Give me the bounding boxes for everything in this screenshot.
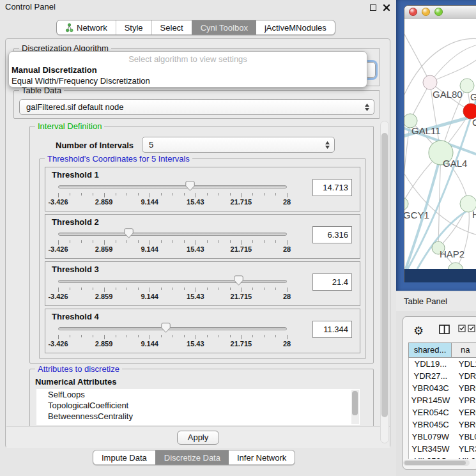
cell-name[interactable]: YBL07 [452,431,476,443]
threshold-slider-track[interactable] [58,327,287,330]
threshold-slider-thumb[interactable] [161,323,171,333]
cell-shared-name[interactable]: YBR045C [409,418,452,431]
tab-select[interactable]: Select [151,20,192,35]
slider-scale-labels: -3.4262.8599.14415.4321.71528 [45,245,360,254]
threshold-value-field[interactable]: 11.344 [312,321,352,338]
threshold-panel: Threshold 2 -3.4262.8599.14415.4321.7152… [45,214,360,259]
top-tab-bar: Network Style Select Cyni Toolbox jActiv… [56,20,335,35]
panel-scrollbar[interactable] [380,121,389,443]
gear-icon[interactable]: ⚙ [413,325,424,337]
numerical-attributes-list[interactable]: SelfLoopsTopologicalCoefficientBetweenne… [36,389,360,425]
cell-name[interactable]: YBR04 [452,418,476,431]
threshold-label: Threshold 2 [52,217,99,227]
threshold-slider-thumb[interactable] [234,275,243,286]
tab-jactivemnodules[interactable]: jActiveMNodules [256,20,335,35]
cell-shared-name[interactable]: YBR043C [409,382,452,394]
group-label: Attributes to discretize [35,364,122,374]
threshold-slider-track[interactable] [58,280,287,283]
network-node[interactable] [423,75,437,89]
hscrollbar-thumb[interactable] [404,461,466,465]
cell-shared-name[interactable]: YDR27... [409,370,452,382]
table-row[interactable]: YBR043C YBR04 [409,382,476,394]
list-scrollbar[interactable] [351,390,359,424]
threshold-panel: Threshold 3 -3.4262.8599.14415.4321.7152… [45,261,360,306]
table-hscrollbar[interactable] [403,460,470,466]
table-header-row: shared... na [408,342,476,358]
node-label: GAL11 [411,125,441,136]
slider-scale-labels: -3.4262.8599.14415.4321.71528 [45,293,360,301]
cell-name[interactable]: YLR34 [452,443,476,455]
float-window-icon[interactable] [370,4,376,11]
cell-name[interactable]: YDR27 [452,370,476,382]
control-panel-window: Control Panel Network Style Select Cyni … [0,0,396,476]
cell-shared-name[interactable]: YLR345W [409,443,452,455]
network-canvas-svg[interactable]: GAL80GCGAL11GAL4GCY1HHAP2 [404,19,476,269]
tab-infer-network[interactable]: Infer Network [229,450,295,464]
cell-name[interactable]: YDL19 [452,358,476,370]
table-row[interactable]: YDL19... YDL19 [409,358,476,370]
table-row[interactable]: YPR145W YPR14 [409,394,476,406]
scrollbar-thumb[interactable] [381,133,388,417]
minimize-traffic-light[interactable] [422,8,430,16]
checkbox-icon[interactable] [468,325,475,332]
tab-discretize-data[interactable]: Discretize Data [155,450,229,464]
table-data-select[interactable]: galFiltered.sif default node [19,99,374,115]
table-row[interactable]: YER054C YER05 [409,406,476,418]
tab-style[interactable]: Style [116,20,151,35]
dropdown-option-equal-width[interactable]: Equal Width/Frequency Discretization [9,75,367,86]
close-icon[interactable] [383,4,390,12]
cell-shared-name[interactable]: YDL19... [409,358,452,370]
attribute-item[interactable]: BetweennessCentrality [36,411,360,422]
network-edge[interactable] [430,44,476,82]
column-header-name[interactable]: na [452,342,476,358]
cell-shared-name[interactable]: YER054C [409,406,452,418]
threshold-panel: Threshold 1 -3.4262.8599.14415.4321.7152… [45,167,360,211]
tab-network[interactable]: Network [57,20,116,35]
network-icon [65,23,73,33]
apply-button[interactable]: Apply [177,431,219,445]
table-row[interactable]: YBL079W YBL07 [409,431,476,443]
table-row[interactable]: YBR045C YBR04 [409,418,476,431]
threshold-value-field[interactable]: 21.4 [312,273,352,291]
network-node[interactable] [448,263,463,269]
tab-cyni-toolbox[interactable]: Cyni Toolbox [192,20,256,35]
column-header-shared-name[interactable]: shared... [408,342,452,358]
network-node[interactable] [404,197,408,210]
table-data-group: Table Data galFiltered.sif default node [13,90,380,119]
zoom-traffic-light[interactable] [434,8,443,16]
tab-impute-data[interactable]: Impute Data [93,450,155,464]
bottom-tab-bar: Impute Data Discretize Data Infer Networ… [93,450,295,465]
attribute-item[interactable]: TopologicalCoefficient [36,400,360,411]
threshold-value-field[interactable]: 6.316 [312,226,352,243]
attribute-item[interactable]: SelfLoops [36,389,360,400]
cell-name[interactable]: YER05 [452,406,476,418]
threshold-slider-track[interactable] [58,233,287,236]
split-columns-icon[interactable] [439,325,450,334]
node-label: HAP2 [440,249,464,259]
network-edge[interactable] [404,28,430,82]
checkbox-icon[interactable] [458,325,466,332]
threshold-slider-thumb[interactable] [185,181,195,191]
cell-shared-name[interactable]: YPR145W [409,394,452,406]
threshold-value-field[interactable]: 14.713 [312,179,352,196]
table-row[interactable]: YDR27... YDR27 [409,370,476,382]
close-traffic-light[interactable] [409,8,417,16]
cell-shared-name[interactable]: YIL052C [409,455,452,459]
network-canvas[interactable]: GAL80GCGAL11GAL4GCY1HHAP2 [404,19,476,269]
table-row[interactable]: YLR345W YLR34 [409,443,476,455]
cell-name[interactable]: YBR04 [452,382,476,394]
table-panel-title: Table Panel [396,291,476,311]
dropdown-option-manual[interactable]: Manual Discretization [9,65,367,75]
node-label: GCY1 [404,210,429,220]
node-table: shared... na YDL19... YDL19 YDR27... YDR… [408,342,476,459]
number-of-intervals-select[interactable]: 5 [142,137,335,153]
table-panel-body: ⚙ shared... na [396,311,476,476]
threshold-label: Threshold 3 [52,265,99,274]
node-label: G [470,91,476,102]
table-row[interactable]: YIL052C YIL05 [409,455,476,459]
cell-name[interactable]: YIL05 [452,455,476,459]
threshold-slider-track[interactable] [58,185,287,188]
threshold-slider-thumb[interactable] [124,228,134,238]
cell-name[interactable]: YPR14 [452,394,476,406]
cell-shared-name[interactable]: YBL079W [409,431,452,443]
